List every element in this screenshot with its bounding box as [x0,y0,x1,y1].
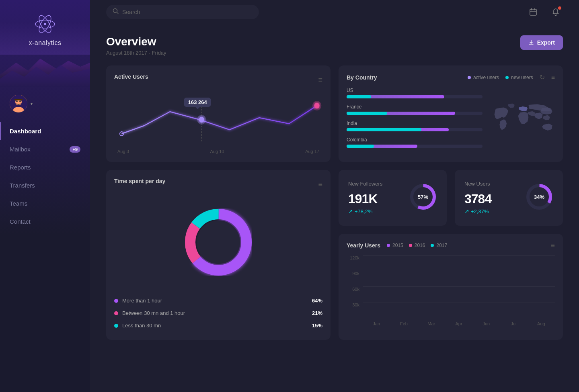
aug-label: Aug [537,321,545,326]
users-stat-left: New Users 3784 ↗ +2,37% [464,181,491,214]
month-apr: Apr [445,318,472,328]
bars-area: Jan Feb [363,255,555,328]
new-followers-card: New Followers 191K ↗ +78,2% 57% [339,170,447,226]
app-name: x-analytics [29,39,61,47]
active-users-chart: 163 264 [114,90,322,154]
users-title: New Users [464,181,491,187]
refresh-icon[interactable]: ↻ [540,74,545,81]
country-row-colombia: Colombia [347,137,482,148]
main-content: Overview August 18th 2017 - Friday Expor… [90,0,579,392]
chart-x-labels: Aug 3 Aug 10 Aug 17 [114,149,322,154]
followers-value: 191K [348,192,382,206]
followers-stat-left: New Followers 191K ↗ +78,2% [348,181,382,214]
svg-rect-9 [14,99,23,100]
sidebar-navigation: Dashboard Mailbox +9 Reports Transfers T… [0,122,90,392]
yearly-legend: 2015 2016 2017 [387,243,447,248]
time-dot-1 [114,299,118,303]
time-spent-menu-icon[interactable]: ≡ [318,181,322,188]
time-legend-item-3: Less than 30 mn 15% [114,319,322,332]
new-users-card: New Users 3784 ↗ +2,37% 34% [455,170,563,226]
country-content: US France [347,88,555,154]
time-legend-item-2: Between 30 mn and 1 hour 21% [114,307,322,319]
legend-2015: 2015 [387,243,403,248]
followers-arrow-icon: ↗ [348,208,353,214]
time-spent-card: Time spent per day ≡ [106,170,331,340]
by-country-title: By Country [347,74,377,81]
svg-text:34%: 34% [534,194,544,200]
legend-active-users: active users [468,75,499,80]
svg-text:57%: 57% [418,194,428,200]
legend-new-dot [505,76,509,79]
donut-chart [114,194,322,286]
user-profile[interactable]: ▾ [0,88,90,119]
month-feb: Feb [390,318,417,328]
svg-point-7 [16,100,18,102]
x-label-1: Aug 3 [117,149,129,154]
active-users-card: Active Users ≡ 163 264 [106,65,331,162]
x-label-3: Aug 17 [305,149,319,154]
active-users-title: Active Users [114,74,148,80]
logo-area: x-analytics [0,0,90,55]
time-legend: More than 1 hour 64% Between 30 mn and 1… [114,294,322,332]
month-jul: Jul [500,318,527,328]
india-new-bar [347,128,421,131]
avatar [10,95,27,112]
page-content: Overview August 18th 2017 - Friday Expor… [90,24,579,392]
jan-label: Jan [373,321,380,326]
users-value: 3784 [464,192,491,206]
sidebar-item-contact[interactable]: Contact [0,212,90,231]
sidebar: x-analytics ▾ [0,0,90,392]
country-legend: active users new users [468,75,533,80]
dashboard-grid: Active Users ≡ 163 264 [106,65,563,340]
users-arrow-icon: ↗ [464,208,469,214]
jul-label: Jul [511,321,517,326]
sidebar-item-dashboard[interactable]: Dashboard [0,122,90,140]
jun-label: Jun [482,321,490,326]
page-header: Overview August 18th 2017 - Friday Expor… [106,35,563,56]
country-menu-icon[interactable]: ≡ [551,74,555,81]
sidebar-item-transfers[interactable]: Transfers [0,176,90,194]
followers-change: ↗ +78,2% [348,208,382,214]
chart-tooltip: 163 264 [184,98,211,107]
country-bars: US France [347,88,482,154]
search-input[interactable] [122,9,253,15]
user-chevron-icon: ▾ [31,102,33,106]
topbar [90,0,579,24]
calendar-icon-button[interactable] [526,5,540,19]
sidebar-item-teams[interactable]: Teams [0,194,90,212]
active-users-menu-icon[interactable]: ≡ [318,76,322,84]
by-country-card: By Country active users new users [339,65,563,162]
page-subtitle: August 18th 2017 - Friday [106,50,166,56]
svg-point-21 [312,101,321,110]
legend-2016: 2016 [409,243,425,248]
apr-label: Apr [455,321,462,326]
notification-icon-button[interactable] [548,5,563,19]
country-row-france: France [347,104,482,115]
yearly-menu-icon[interactable]: ≡ [550,242,555,249]
country-row-india: India [347,120,482,131]
contact-label: Contact [10,218,31,225]
month-aug: Aug [528,318,555,328]
france-new-bar [347,112,387,115]
svg-point-3 [44,23,46,25]
country-card-header: By Country active users new users [347,74,555,81]
month-mar: Mar [418,318,445,328]
legend-2017: 2017 [431,243,447,248]
country-row-us: US [347,88,482,98]
legend-2017-dot [431,244,434,247]
legend-2015-dot [387,244,390,247]
feb-label: Feb [400,321,408,326]
export-button[interactable]: Export [520,35,563,50]
svg-point-0 [35,20,55,28]
users-change: ↗ +2,37% [464,208,491,214]
time-dot-2 [114,311,118,315]
search-box[interactable] [106,5,259,19]
svg-point-26 [197,220,240,264]
sidebar-item-reports[interactable]: Reports [0,158,90,176]
page-title: Overview [106,35,166,48]
followers-title: New Followers [348,181,382,187]
svg-point-19 [197,115,206,125]
y-axis: 120k 90k 60k 30k [347,255,359,328]
sidebar-item-mailbox[interactable]: Mailbox +9 [0,140,90,158]
colombia-new-bar [347,145,374,148]
